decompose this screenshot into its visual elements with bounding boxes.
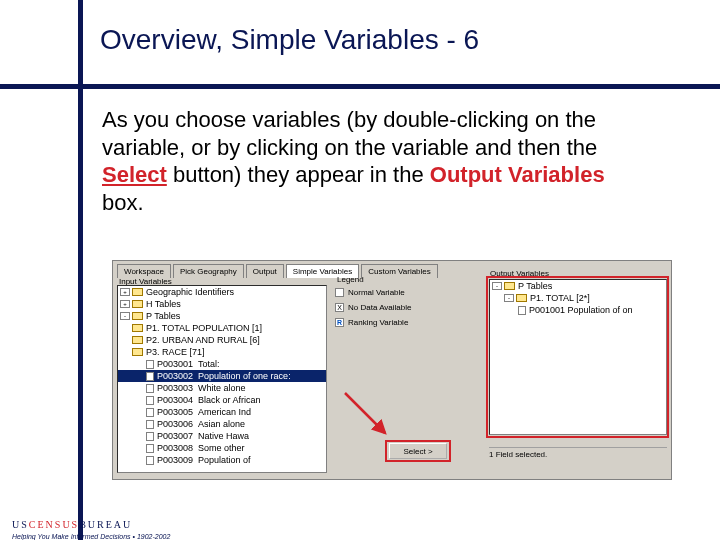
- collapse-icon[interactable]: -: [504, 294, 514, 302]
- legend-ranking: Ranking Variable: [348, 318, 408, 327]
- body-part-1: As you choose variables (by double-click…: [102, 107, 597, 160]
- horizontal-rule: [0, 84, 720, 89]
- folder-icon: [132, 312, 143, 320]
- tree-p2[interactable]: P2. URBAN AND RURAL [6]: [146, 335, 260, 345]
- folder-icon: [132, 336, 143, 344]
- tree-cell[interactable]: P003005: [157, 407, 193, 417]
- legend-nodata: No Data Available: [348, 303, 411, 312]
- expand-icon[interactable]: +: [120, 288, 130, 296]
- page-title: Overview, Simple Variables - 6: [100, 24, 479, 56]
- select-emphasis: Select: [102, 162, 167, 187]
- tab-output[interactable]: Output: [246, 264, 284, 278]
- tree-geo[interactable]: Geographic Identifiers: [146, 287, 234, 297]
- tab-workspace[interactable]: Workspace: [117, 264, 171, 278]
- page-icon: [146, 384, 154, 393]
- select-button[interactable]: Select >: [389, 443, 447, 459]
- tree-cell[interactable]: P003001: [157, 359, 193, 369]
- out-top[interactable]: P Tables: [518, 281, 552, 291]
- app-screenshot: Workspace Pick Geography Output Simple V…: [112, 260, 672, 480]
- tree-h[interactable]: H Tables: [146, 299, 181, 309]
- legend-normal: Normal Variable: [348, 288, 405, 297]
- tab-strip: Workspace Pick Geography Output Simple V…: [113, 261, 671, 278]
- legend-panel: Normal Variable XNo Data Available RRank…: [335, 285, 435, 355]
- output-variables-emphasis: Output Variables: [430, 162, 605, 187]
- legend-nodata-icon: X: [335, 303, 344, 312]
- tree-cell-label: Asian alone: [198, 419, 245, 429]
- tree-cell-label: White alone: [198, 383, 246, 393]
- tree-p1[interactable]: P1. TOTAL POPULATION [1]: [146, 323, 262, 333]
- folder-icon: [132, 324, 143, 332]
- legend-ranking-icon: R: [335, 318, 344, 327]
- arrow-icon: [341, 389, 391, 439]
- page-icon: [146, 432, 154, 441]
- folder-icon: [132, 300, 143, 308]
- output-variables-label: Output Variables: [490, 269, 549, 278]
- page-icon: [146, 408, 154, 417]
- body-part-2: button) they appear in the: [167, 162, 430, 187]
- status-text: 1 Field selected.: [489, 447, 667, 461]
- tree-cell[interactable]: P003007: [157, 431, 193, 441]
- page-icon: [146, 396, 154, 405]
- body-paragraph: As you choose variables (by double-click…: [102, 106, 642, 216]
- svg-line-0: [345, 393, 385, 433]
- tree-cell[interactable]: P003003: [157, 383, 193, 393]
- footer-tagline: Helping You Make Informed Decisions • 19…: [12, 533, 170, 540]
- output-variables-tree[interactable]: -P Tables -P1. TOTAL [2*] P001001 Popula…: [489, 279, 667, 435]
- tab-custom-variables[interactable]: Custom Variables: [361, 264, 438, 278]
- tree-cell-label: Population of one race:: [198, 371, 291, 381]
- expand-icon[interactable]: +: [120, 300, 130, 308]
- tree-cell-label: Some other: [198, 443, 245, 453]
- collapse-icon[interactable]: -: [492, 282, 502, 290]
- tree-cell[interactable]: P003004: [157, 395, 193, 405]
- page-icon: [146, 360, 154, 369]
- page-icon: [146, 420, 154, 429]
- folder-icon: [504, 282, 515, 290]
- tab-pick-geography[interactable]: Pick Geography: [173, 264, 244, 278]
- collapse-icon[interactable]: -: [120, 312, 130, 320]
- tree-p3[interactable]: P3. RACE [71]: [146, 347, 205, 357]
- folder-icon: [516, 294, 527, 302]
- page-icon: [518, 306, 526, 315]
- tree-cell-label: Total:: [198, 359, 220, 369]
- tree-cell-label: Native Hawa: [198, 431, 249, 441]
- out-sub[interactable]: P1. TOTAL [2*]: [530, 293, 590, 303]
- folder-icon: [132, 348, 143, 356]
- page-icon: [146, 444, 154, 453]
- vertical-rule: [78, 0, 83, 540]
- footer-logo: USCENSUSBUREAU: [12, 519, 132, 530]
- tree-cell[interactable]: P003006: [157, 419, 193, 429]
- page-icon: [146, 456, 154, 465]
- out-leaf[interactable]: P001001 Population of on: [529, 305, 633, 315]
- body-part-3: box.: [102, 190, 144, 215]
- tree-p[interactable]: P Tables: [146, 311, 180, 321]
- legend-label: Legend: [337, 275, 364, 284]
- tree-cell[interactable]: P003008: [157, 443, 193, 453]
- tree-cell[interactable]: P003009: [157, 455, 193, 465]
- page-icon: [146, 372, 154, 381]
- tree-cell-label: American Ind: [198, 407, 251, 417]
- input-variables-tree[interactable]: +Geographic Identifiers +H Tables -P Tab…: [117, 285, 327, 473]
- tree-cell[interactable]: P003002: [157, 371, 193, 381]
- tree-cell-label: Black or African: [198, 395, 261, 405]
- legend-normal-icon: [335, 288, 344, 297]
- folder-icon: [132, 288, 143, 296]
- tree-cell-label: Population of: [198, 455, 251, 465]
